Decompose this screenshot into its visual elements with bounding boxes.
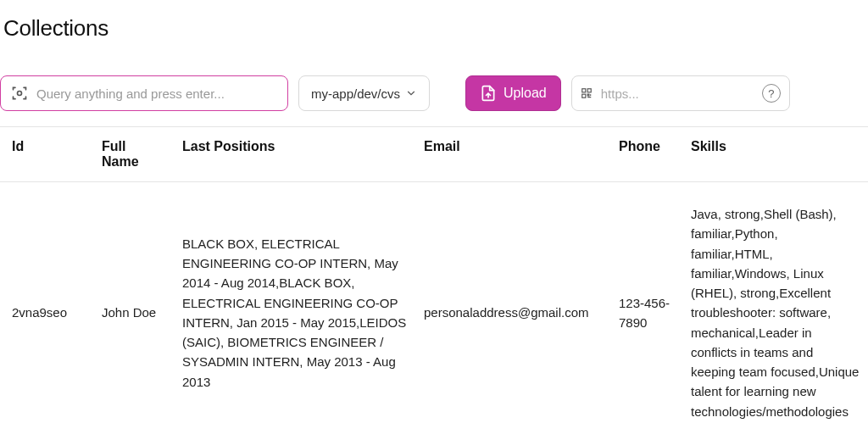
svg-rect-3 (582, 94, 586, 97)
svg-point-0 (18, 92, 22, 96)
share-field[interactable]: ? (571, 75, 790, 111)
share-url-input[interactable] (593, 86, 762, 101)
col-header-phone[interactable]: Phone (610, 127, 682, 182)
col-header-skills[interactable]: Skills (682, 127, 868, 182)
cell-last-positions: BLACK BOX, ELECTRICAL ENGINEERING CO-OP … (174, 182, 415, 435)
cell-id: 2vna9seo (0, 182, 93, 435)
svg-rect-1 (582, 89, 586, 92)
col-header-last-positions[interactable]: Last Positions (174, 127, 415, 182)
chevron-down-icon (405, 87, 417, 99)
table-row[interactable]: 2vna9seo John Doe BLACK BOX, ELECTRICAL … (0, 182, 868, 435)
upload-button[interactable]: Upload (465, 75, 561, 111)
col-header-full-name[interactable]: Full Name (93, 127, 174, 182)
search-input[interactable] (28, 86, 277, 101)
qr-icon (581, 85, 593, 102)
data-table: Id Full Name Last Positions Email Phone … (0, 126, 868, 434)
cell-email: personaladdress@gmail.com (415, 182, 610, 435)
table-header-row: Id Full Name Last Positions Email Phone … (0, 127, 868, 182)
page-title: Collections (0, 0, 868, 42)
search-field[interactable] (0, 75, 288, 111)
collection-select-value: my-app/dev/cvs (311, 86, 400, 101)
toolbar: my-app/dev/cvs Upload ? (0, 42, 868, 126)
cell-phone: 123-456-7890 (610, 182, 682, 435)
upload-icon (480, 85, 497, 102)
upload-label: Upload (504, 86, 547, 101)
scan-icon (11, 85, 28, 102)
svg-rect-2 (587, 89, 591, 92)
help-icon[interactable]: ? (762, 84, 781, 103)
col-header-id[interactable]: Id (0, 127, 93, 182)
cell-skills: Java, strong,Shell (Bash), familiar,Pyth… (682, 182, 868, 435)
cell-full-name: John Doe (93, 182, 174, 435)
collection-select[interactable]: my-app/dev/cvs (298, 75, 430, 111)
col-header-email[interactable]: Email (415, 127, 610, 182)
